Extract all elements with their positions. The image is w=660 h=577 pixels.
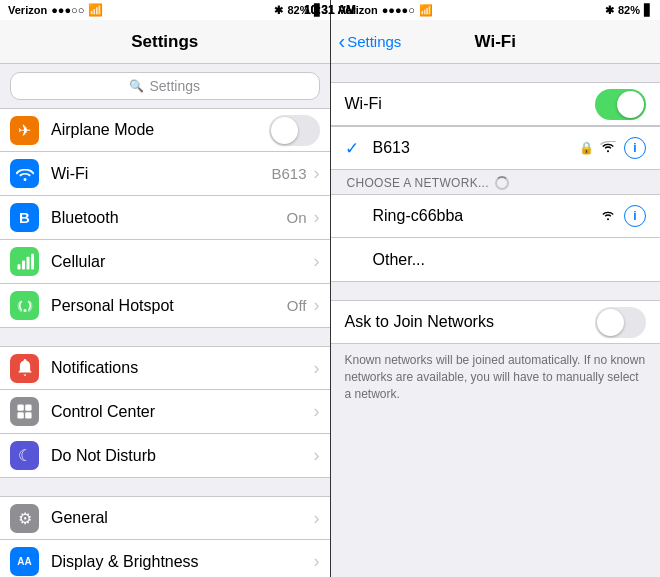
airplane-toggle[interactable] bbox=[269, 115, 320, 146]
ring-info-button[interactable]: i bbox=[624, 205, 646, 227]
notifications-icon bbox=[10, 354, 39, 383]
cellular-icon bbox=[10, 247, 39, 276]
display-label: Display & Brightness bbox=[51, 553, 312, 571]
battery-pct-right: 82% bbox=[618, 4, 640, 16]
wifi-toggle-label: Wi-Fi bbox=[345, 95, 596, 113]
other-network-label: Other... bbox=[373, 251, 647, 269]
search-bar[interactable]: 🔍 Settings bbox=[10, 72, 320, 100]
bluetooth-value: On bbox=[286, 209, 306, 226]
wifi-row-other[interactable]: Other... bbox=[331, 238, 661, 282]
time-right: 10:31 AM bbox=[331, 3, 357, 17]
svg-rect-8 bbox=[25, 412, 31, 418]
settings-row-bluetooth[interactable]: B Bluetooth On › bbox=[0, 196, 330, 240]
carrier-left: Verizon bbox=[8, 4, 47, 16]
right-nav-title: Wi-Fi bbox=[475, 32, 516, 52]
left-nav-title: Settings bbox=[131, 32, 198, 52]
dnd-icon: ☾ bbox=[10, 441, 39, 470]
svg-rect-0 bbox=[17, 264, 20, 269]
wifi-icon-left: 📶 bbox=[88, 3, 103, 17]
ask-to-join-group: Ask to Join Networks bbox=[331, 300, 661, 344]
svg-rect-7 bbox=[17, 412, 23, 418]
back-label: Settings bbox=[347, 33, 401, 50]
settings-list: ✈ Airplane Mode Wi-Fi B613 › B bbox=[0, 108, 330, 577]
back-button[interactable]: ‹ Settings bbox=[339, 33, 402, 51]
loading-spinner bbox=[495, 176, 509, 190]
settings-row-control[interactable]: Control Center › bbox=[0, 390, 330, 434]
ring-info-icon: i bbox=[633, 209, 636, 223]
right-panel: Verizon ●●●●○ 📶 10:31 AM ✱ 82% ▋ ‹ Setti… bbox=[331, 0, 661, 577]
dnd-label: Do Not Disturb bbox=[51, 447, 312, 465]
signal-dots-right: ●●●●○ bbox=[382, 4, 415, 16]
settings-row-wifi[interactable]: Wi-Fi B613 › bbox=[0, 152, 330, 196]
svg-rect-1 bbox=[22, 260, 25, 269]
notifications-chevron: › bbox=[314, 358, 320, 379]
right-nav-bar: ‹ Settings Wi-Fi bbox=[331, 20, 661, 64]
search-icon: 🔍 bbox=[129, 79, 144, 93]
choose-network-label: CHOOSE A NETWORK... bbox=[347, 176, 489, 190]
wifi-signal-icon bbox=[600, 140, 616, 156]
wifi-chevron: › bbox=[314, 163, 320, 184]
settings-row-airplane[interactable]: ✈ Airplane Mode bbox=[0, 108, 330, 152]
wifi-value: B613 bbox=[271, 165, 306, 182]
hotspot-value: Off bbox=[287, 297, 307, 314]
b613-info-button[interactable]: i bbox=[624, 137, 646, 159]
svg-point-4 bbox=[23, 309, 26, 312]
svg-rect-3 bbox=[31, 253, 34, 269]
signal-dots-left: ●●●○○ bbox=[51, 4, 84, 16]
wifi-toggle-knob bbox=[617, 91, 644, 118]
ask-join-label: Ask to Join Networks bbox=[345, 313, 596, 331]
ring-signal-icon bbox=[600, 208, 616, 224]
general-icon: ⚙ bbox=[10, 504, 39, 533]
wifi-icon bbox=[10, 159, 39, 188]
wifi-master-toggle[interactable] bbox=[595, 89, 646, 120]
settings-row-general[interactable]: ⚙ General › bbox=[0, 496, 330, 540]
airplane-toggle-knob bbox=[271, 117, 298, 144]
general-chevron: › bbox=[314, 508, 320, 529]
ask-join-toggle-knob bbox=[597, 309, 624, 336]
ring-network-name: Ring-c66bba bbox=[373, 207, 595, 225]
settings-row-notifications[interactable]: Notifications › bbox=[0, 346, 330, 390]
checkmark-icon: ✓ bbox=[345, 138, 365, 159]
wifi-row-b613[interactable]: ✓ B613 🔒 i bbox=[331, 126, 661, 170]
settings-group-2: Notifications › Control Center › ☾ bbox=[0, 346, 330, 478]
cellular-label: Cellular bbox=[51, 253, 312, 271]
cellular-chevron: › bbox=[314, 251, 320, 272]
wifi-toggle-row[interactable]: Wi-Fi bbox=[331, 82, 661, 126]
notifications-label: Notifications bbox=[51, 359, 312, 377]
control-icon bbox=[10, 397, 39, 426]
settings-row-hotspot[interactable]: Personal Hotspot Off › bbox=[0, 284, 330, 328]
display-chevron: › bbox=[314, 551, 320, 572]
settings-row-cellular[interactable]: Cellular › bbox=[0, 240, 330, 284]
control-chevron: › bbox=[314, 401, 320, 422]
svg-rect-5 bbox=[17, 404, 23, 410]
choose-network-header: CHOOSE A NETWORK... bbox=[331, 170, 661, 194]
left-panel: Verizon ●●●○○ 📶 10:31 AM ✱ 82% ▋ Setting… bbox=[0, 0, 330, 577]
general-label: General bbox=[51, 509, 312, 527]
wifi-label: Wi-Fi bbox=[51, 165, 271, 183]
bluetooth-icon: B bbox=[10, 203, 39, 232]
search-bar-wrap: 🔍 Settings bbox=[0, 64, 330, 108]
status-bar-right: Verizon ●●●●○ 📶 10:31 AM ✱ 82% ▋ bbox=[331, 0, 661, 20]
status-left: Verizon ●●●○○ 📶 bbox=[8, 3, 103, 17]
wifi-content: Wi-Fi ✓ B613 🔒 i bbox=[331, 64, 661, 577]
settings-group-3: ⚙ General › AA Display & Brightness › bbox=[0, 496, 330, 577]
settings-row-display[interactable]: AA Display & Brightness › bbox=[0, 540, 330, 577]
ask-join-row[interactable]: Ask to Join Networks bbox=[331, 300, 661, 344]
hotspot-label: Personal Hotspot bbox=[51, 297, 287, 315]
lock-icon: 🔒 bbox=[579, 141, 594, 155]
wifi-icon-right: 📶 bbox=[419, 4, 433, 17]
settings-group-1: ✈ Airplane Mode Wi-Fi B613 › B bbox=[0, 108, 330, 328]
network-list: Ring-c66bba i Other... bbox=[331, 194, 661, 282]
bluetooth-icon-left: ✱ bbox=[274, 4, 283, 17]
display-icon: AA bbox=[10, 547, 39, 576]
ask-join-toggle[interactable] bbox=[595, 307, 646, 338]
bluetooth-label: Bluetooth bbox=[51, 209, 286, 227]
airplane-icon: ✈ bbox=[10, 116, 39, 145]
connected-network-name: B613 bbox=[373, 139, 574, 157]
wifi-row-ring[interactable]: Ring-c66bba i bbox=[331, 194, 661, 238]
svg-rect-6 bbox=[25, 404, 31, 410]
settings-row-dnd[interactable]: ☾ Do Not Disturb › bbox=[0, 434, 330, 478]
airplane-label: Airplane Mode bbox=[51, 121, 269, 139]
status-right-right: ✱ 82% ▋ bbox=[605, 4, 652, 17]
bluetooth-icon-right: ✱ bbox=[605, 4, 614, 17]
